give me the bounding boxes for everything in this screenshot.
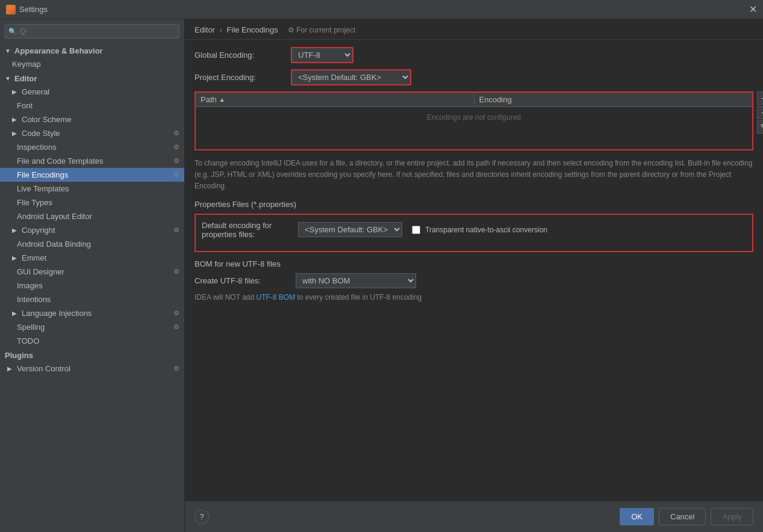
sidebar-item-spelling[interactable]: Spelling ⚙ [0,320,184,334]
settings-icon: ⚙ [173,157,179,165]
default-encoding-label: Default encoding for properties files: [202,221,298,239]
sidebar-item-file-encodings[interactable]: File Encodings ⚙ [0,168,184,182]
project-encoding-label: Project Encoding: [195,73,291,82]
create-utf8-select[interactable]: with NO BOM with BOM [296,273,416,288]
transparent-checkbox[interactable] [412,226,420,234]
sidebar-item-appearance[interactable]: ▼ Appearance & Behavior [0,43,184,57]
sidebar-item-label: Inspections [17,143,57,152]
close-button[interactable]: ✕ [749,5,757,14]
project-encoding-row: Project Encoding: <System Default: GBK> … [195,69,753,85]
search-icon: 🔍 [8,28,17,36]
sidebar-item-android-data-binding[interactable]: Android Data Binding [0,237,184,251]
content-header: Editor › File Encodings ⚙ For current pr… [185,19,763,40]
sidebar-item-label: Editor [14,74,37,83]
app-icon [6,5,16,14]
sidebar-item-color-scheme[interactable]: ▶ Color Scheme [0,113,184,126]
chevron-right-icon: ▶ [12,116,19,123]
search-box: 🔍 [5,24,179,39]
chevron-right-icon: ▶ [12,130,19,137]
global-encoding-row: Global Encoding: UTF-8 GBK ISO-8859-1 [195,47,753,63]
settings-icon: ⚙ [173,268,179,276]
apply-button[interactable]: Apply [711,508,753,525]
settings-icon: ⚙ [173,171,179,179]
create-utf8-row: Create UTF-8 files: with NO BOM with BOM [195,273,753,288]
sidebar-item-font[interactable]: Font [0,99,184,113]
ok-button[interactable]: OK [620,508,654,525]
bom-section-title: BOM for new UTF-8 files [195,259,753,268]
properties-section: Default encoding for properties files: <… [195,214,753,252]
sidebar-item-version-control[interactable]: ▶ Version Control ⚙ [0,362,184,376]
for-current-project-link[interactable]: ⚙ For current project [288,26,355,34]
sidebar-item-label: File and Code Templates [17,156,104,165]
sidebar-item-images[interactable]: Images [0,279,184,292]
settings-icon: ⚙ [173,323,179,331]
create-utf8-label: Create UTF-8 files: [195,276,291,285]
sidebar-item-editor[interactable]: ▼ Editor [0,71,184,85]
chevron-down-icon: ▼ [5,48,12,54]
sidebar-item-label: Android Layout Editor [17,212,92,221]
sidebar-item-label: Intentions [17,295,51,304]
window-title: Settings [19,5,48,14]
settings-icon: ⚙ [173,143,179,151]
sidebar-item-label: Keymap [12,60,41,69]
global-encoding-select[interactable]: UTF-8 GBK ISO-8859-1 [291,47,353,63]
default-encoding-row: Default encoding for properties files: <… [202,221,746,239]
settings-icon: ⚙ [173,129,179,137]
sidebar-item-file-code-templates[interactable]: File and Code Templates ⚙ [0,154,184,168]
cancel-button[interactable]: Cancel [659,508,706,525]
breadcrumb-file-encodings: File Encodings [227,25,278,34]
properties-section-title: Properties Files (*.properties) [195,200,753,209]
bottom-actions: OK Cancel Apply [620,508,753,525]
help-button[interactable]: ? [195,510,209,524]
settings-icon: ⚙ [173,309,179,317]
sidebar-item-general[interactable]: ▶ General [0,85,184,99]
sidebar-item-copyright[interactable]: ▶ Copyright ⚙ [0,223,184,237]
sort-icon: ▲ [219,96,225,103]
sidebar-item-android-layout-editor[interactable]: Android Layout Editor [0,209,184,223]
properties-encoding-select[interactable]: <System Default: GBK> UTF-8 GBK [298,222,402,237]
sidebar-item-plugins[interactable]: Plugins [0,348,184,362]
chevron-right-icon: ▶ [12,255,19,261]
title-bar: Settings ✕ [0,0,763,19]
bottom-bar: ? OK Cancel Apply [185,501,763,532]
sidebar-item-label: GUI Designer [17,267,64,276]
sidebar-item-code-style[interactable]: ▶ Code Style ⚙ [0,126,184,140]
content-panel: Editor › File Encodings ⚙ For current pr… [185,19,763,501]
sidebar-item-keymap[interactable]: Keymap [0,57,184,71]
sidebar-item-emmet[interactable]: ▶ Emmet [0,251,184,265]
table-empty-message: Encodings are not configured [196,107,752,128]
sidebar-item-label: Version Control [17,364,70,373]
sidebar-item-label: File Types [17,198,52,207]
chevron-right-icon: ▶ [12,88,19,95]
sidebar-item-label: File Encodings [17,170,68,179]
sidebar-item-language-injections[interactable]: ▶ Language Injections ⚙ [0,306,184,320]
sidebar-item-label: Emmet [22,253,46,262]
encodings-table-wrapper: Path ▲ Encoding Encodings are not config… [195,91,753,150]
add-encoding-button[interactable]: + [757,91,763,105]
edit-encoding-button[interactable]: ✎ [757,120,763,134]
remove-encoding-button[interactable]: − [757,106,763,119]
search-input[interactable] [5,24,179,39]
sidebar-item-intentions[interactable]: Intentions [0,292,184,306]
sidebar-item-file-types[interactable]: File Types [0,196,184,209]
table-col-path: Path ▲ [196,93,475,107]
sidebar-item-gui-designer[interactable]: GUI Designer ⚙ [0,265,184,279]
breadcrumb: Editor › File Encodings [195,25,278,34]
sidebar-item-label: General [22,87,49,96]
info-text: To change encoding IntelliJ IDEA uses fo… [195,158,753,193]
table-actions: + − ✎ [757,91,763,134]
sidebar-item-label: Spelling [17,323,45,332]
sidebar-item-label: Live Templates [17,184,69,193]
content-body: Global Encoding: UTF-8 GBK ISO-8859-1 Pr… [185,40,763,501]
bom-section: BOM for new UTF-8 files Create UTF-8 fil… [195,259,753,302]
sidebar-item-label: TODO [17,336,39,345]
sidebar-item-label: Copyright [22,226,55,235]
settings-icon: ⚙ [173,226,179,234]
sidebar-item-label: Appearance & Behavior [14,46,103,55]
project-encoding-select[interactable]: <System Default: GBK> UTF-8 GBK [291,69,411,85]
sidebar: 🔍 ▼ Appearance & Behavior Keymap ▼ Edito… [0,19,185,532]
sidebar-item-live-templates[interactable]: Live Templates [0,182,184,196]
sidebar-item-inspections[interactable]: Inspections ⚙ [0,140,184,154]
utf8-bom-link[interactable]: UTF-8 BOM [256,293,295,302]
sidebar-item-todo[interactable]: TODO [0,334,184,348]
